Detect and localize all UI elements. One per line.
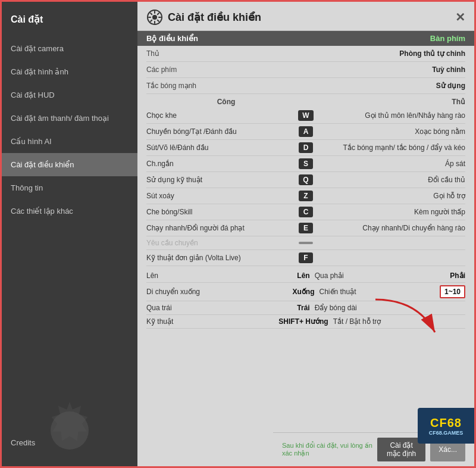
- movement-right-label: Chiến thuật: [320, 288, 356, 296]
- keybind-row: Sút xoáy Z Gọi hỗ trợ: [146, 188, 465, 204]
- row-value: Sử dụng: [436, 82, 465, 90]
- row-label: Tắc bóng mạnh: [146, 82, 196, 90]
- keybind-row: Kỹ thuật đơn giản (Volta Live) F: [146, 250, 465, 266]
- action-label: Chuyền bóng/Tạt /Đánh đầu: [146, 127, 294, 136]
- settings-icon: [146, 9, 163, 26]
- key-badge: F: [299, 252, 313, 263]
- row-label: Thủ: [146, 49, 159, 58]
- key-badge: E: [299, 223, 313, 233]
- simple-rows-section: Thủ Phòng thủ tự chinh Các phím Tuỳ chin…: [137, 46, 474, 94]
- key-badge: S: [299, 158, 313, 169]
- action-label: Kỹ thuật đơn giản (Volta Live): [146, 254, 294, 262]
- key-badge: C: [299, 207, 313, 217]
- keybind-row-disabled: Yêu cầu chuyền: [146, 236, 465, 250]
- defense-label: Xoạc bóng nằm: [318, 127, 465, 136]
- sidebar-item-thong-tin[interactable]: Thông tin: [2, 176, 137, 199]
- sidebar-item-hinh-anh[interactable]: Cài đặt hình ảnh: [2, 60, 137, 83]
- defense-label: Kèm người thấp: [318, 208, 465, 216]
- watermark: CF68 CF68.GAMES: [418, 408, 474, 444]
- table-row: Thủ Phòng thủ tự chinh: [146, 46, 465, 62]
- movement-left-val: Trái: [297, 304, 309, 312]
- dialog-header: Cài đặt điều khiển ✕: [137, 2, 474, 31]
- main-content: Cài đặt điều khiển ✕ Bộ điều khiển Bàn p…: [137, 2, 474, 466]
- keybind-row: Chạy nhanh/Đổi người đá phạt E Chạy nhan…: [146, 220, 465, 236]
- movement-left-label: Lên: [146, 272, 297, 280]
- keybind-row: Chọc khe W Gọi thủ môn lên/Nhảy hàng rào: [146, 108, 465, 124]
- key-badge: W: [298, 110, 313, 121]
- section-divider: Công Thủ: [146, 94, 465, 108]
- table-header: Bộ điều khiển Bàn phím: [137, 31, 474, 46]
- defense-header: Thủ: [306, 98, 465, 106]
- table-header-right: Bàn phím: [430, 34, 465, 43]
- sidebar-title: Cài đặt: [2, 8, 137, 37]
- sidebar-item-ai[interactable]: Cấu hình AI: [2, 130, 137, 153]
- action-label: Che bóng/Skill: [146, 208, 294, 216]
- movement-left-val: Xuống: [293, 288, 315, 296]
- dialog-title: Cài đặt điều khiển: [168, 11, 261, 24]
- movement-right: Đẩy bóng dài: [315, 304, 465, 312]
- keybind-row: Sử dụng kỹ thuật Q Đổi cầu thủ: [146, 172, 465, 188]
- movement-right: Tắt / Bật hỗ trợ: [333, 317, 465, 326]
- movement-left-label: Kỹ thuật: [146, 317, 278, 326]
- watermark-sub: CF68.GAMES: [429, 430, 464, 436]
- defense-label: Áp sát: [318, 160, 465, 168]
- sidebar-item-dieu-khien[interactable]: Cài đặt điều khiển: [2, 153, 137, 176]
- defense-label: Gọi thủ môn lên/Nhảy hàng rào: [318, 111, 465, 120]
- movement-row: Qua trái Trái Đẩy bóng dài: [146, 301, 465, 315]
- movement-row: Lên Lên Qua phải Phải: [146, 269, 465, 283]
- keybind-section: Chọc khe W Gọi thủ môn lên/Nhảy hàng rào…: [137, 108, 474, 266]
- svg-point-1: [152, 15, 157, 20]
- movement-row: Kỹ thuật SHIFT+ Hướng Tắt / Bật hỗ trợ: [146, 315, 465, 329]
- action-label: Chọc khe: [146, 111, 293, 120]
- movement-right: Chiến thuật 1~10: [320, 285, 466, 298]
- sidebar-item-hud[interactable]: Cài đặt HUD: [2, 83, 137, 107]
- movement-left-val: SHIFT+ Hướng: [278, 317, 328, 326]
- sidebar-item-am-thanh[interactable]: Cài đặt âm thanh/ đàm thoại: [2, 107, 137, 130]
- sidebar: Cài đặt Cài đặt camera Cài đặt hình ảnh …: [2, 2, 137, 466]
- key-badge: Z: [299, 191, 313, 201]
- highlighted-value: 1~10: [440, 285, 465, 298]
- keybind-row: Ch.ngắn S Áp sát: [146, 156, 465, 172]
- action-label: Sút/Võ lê/Đánh đầu: [146, 143, 294, 152]
- dialog-title-row: Cài đặt điều khiển: [146, 9, 261, 26]
- movement-left-label: Di chuyển xuống: [146, 288, 293, 296]
- keybind-row: Che bóng/Skill C Kèm người thấp: [146, 204, 465, 220]
- movement-right-label: Qua phải: [315, 272, 344, 280]
- section-header: Công Thủ: [137, 94, 474, 108]
- footer-note: Sau khi đổi cài đặt, vui lòng ấn xác nhậ…: [282, 442, 377, 457]
- table-header-left: Bộ điều khiển: [146, 34, 430, 43]
- action-label: Chạy nhanh/Đổi người đá phạt: [146, 224, 294, 232]
- action-label: Ch.ngắn: [146, 160, 294, 168]
- watermark-logo: CF68: [430, 416, 462, 430]
- gear-decoration: [2, 395, 137, 466]
- keybind-row: Chuyền bóng/Tạt /Đánh đầu A Xoạc bóng nằ…: [146, 124, 465, 140]
- defense-label: Đổi cầu thủ: [318, 176, 465, 184]
- movement-right-label: Tắt / Bật hỗ trợ: [333, 317, 381, 326]
- movement-right: Qua phải Phải: [315, 272, 465, 280]
- defense-label: Gọi hỗ trợ: [318, 192, 465, 200]
- defense-label: Tắc bóng mạnh/ tắc bóng / đẩy và kéo: [318, 143, 465, 152]
- keybind-row: Sút/Võ lê/Đánh đầu D Tắc bóng mạnh/ tắc …: [146, 140, 465, 156]
- movement-right-label: Đẩy bóng dài: [315, 304, 357, 312]
- action-label: Sút xoáy: [146, 192, 294, 200]
- key-badge: Q: [299, 174, 313, 185]
- sidebar-item-thiet-lap[interactable]: Các thiết lập khác: [2, 199, 137, 223]
- key-badge-disabled: [299, 242, 313, 244]
- key-badge: D: [299, 142, 313, 153]
- movement-row-highlighted: Di chuyển xuống Xuống Chiến thuật 1~10: [146, 283, 465, 301]
- key-badge: A: [299, 126, 313, 137]
- row-value: Tuỳ chinh: [432, 65, 465, 74]
- attack-header: Công: [146, 98, 306, 106]
- table-row: Các phím Tuỳ chinh: [146, 62, 465, 78]
- movement-left-label: Qua trái: [146, 304, 297, 312]
- table-row: Tắc bóng mạnh Sử dụng: [146, 78, 465, 94]
- row-label: Các phím: [146, 65, 177, 74]
- row-value: Phòng thủ tự chinh: [399, 49, 465, 58]
- defense-label: Chạy nhanh/Di chuyển hàng rào: [318, 224, 465, 232]
- movement-left-val: Lên: [297, 272, 309, 280]
- close-button[interactable]: ✕: [455, 10, 465, 24]
- action-label: Sử dụng kỹ thuật: [146, 176, 294, 184]
- sidebar-item-camera[interactable]: Cài đặt camera: [2, 37, 137, 60]
- action-label-disabled: Yêu cầu chuyền: [146, 239, 294, 247]
- movement-right-val: Phải: [450, 272, 465, 280]
